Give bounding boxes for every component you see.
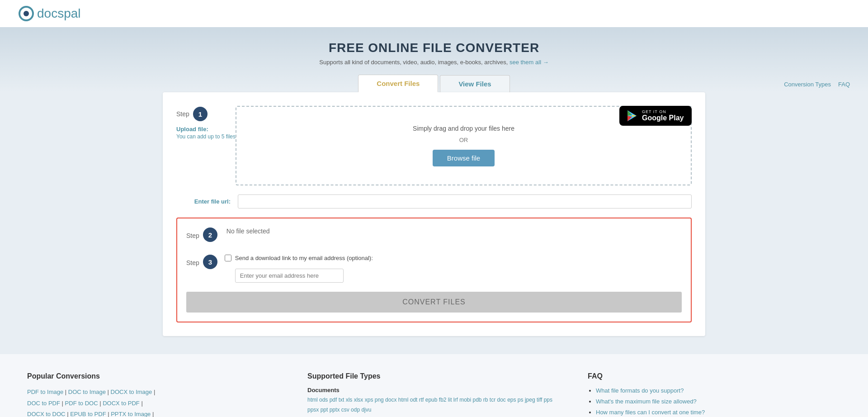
popular-link[interactable]: PDF to DOC [65,400,98,407]
hero-section: FREE ONLINE FILE CONVERTER Supports all … [0,27,868,92]
faq-link[interactable]: FAQ [838,81,850,88]
popular-link[interactable]: EPUB to PDF [70,411,106,417]
google-play-name: Google Play [642,114,684,122]
upload-sublabel: You can add up to 5 files [176,133,236,140]
top-right-links: Conversion Types FAQ [784,81,850,88]
faq-item: How many files can I convert at one time… [596,408,841,416]
step3-content: Send a download link to my email address… [225,255,682,283]
popular-link[interactable]: DOCX to Image [111,389,152,395]
step1-side: Step 1 Upload file: You can add up to 5 … [176,106,236,140]
logo: docspal [18,5,81,22]
email-checkbox[interactable] [225,255,231,261]
popular-link[interactable]: PDF to Image [27,389,63,395]
tab-convert-files[interactable]: Convert Files [358,75,438,92]
step3-badge: 3 [203,255,217,269]
faq-link[interactable]: What's the maximum file size allowed? [596,398,697,405]
logo-icon [18,5,34,22]
popular-link[interactable]: DOCX to DOC [27,411,66,417]
faq-item: What file formats do you support? [596,387,841,394]
email-label: Send a download link to my email address… [235,255,373,261]
email-row: Send a download link to my email address… [225,255,682,261]
or-text: OR [245,137,682,143]
logo-text: docspal [37,6,81,21]
popular-conversions-col: Popular Conversions PDF to Image | DOC t… [27,372,280,417]
tabs-row: Convert Files View Files Conversion Type… [0,75,868,92]
faq-title: FAQ [588,372,841,380]
faq-item: What's the maximum file size allowed? [596,398,841,405]
email-input[interactable] [235,269,344,283]
step1-badge: 1 [193,107,208,121]
google-play-icon [626,109,638,122]
convert-button[interactable]: CONVERT FILES [186,292,682,313]
popular-conversions-title: Popular Conversions [27,372,280,380]
steps-box: Step 2 No file selected Step 3 Send a do… [176,218,692,322]
url-row: Enter file url: [176,194,692,208]
no-file-text: No file selected [226,227,270,235]
step3-row: Step 3 Send a download link to my email … [186,255,682,283]
tab-view-files[interactable]: View Files [440,75,509,92]
faq-list: What file formats do you support?What's … [588,387,841,417]
footer-section: Popular Conversions PDF to Image | DOC t… [0,354,868,417]
url-input[interactable] [238,194,692,208]
url-label: Enter file url: [176,198,231,205]
popular-conversions-links: PDF to Image | DOC to Image | DOCX to Im… [27,387,280,417]
popular-link[interactable]: DOC to PDF [27,400,60,407]
faq-link[interactable]: What file formats do you support? [596,387,684,394]
step2-row: Step 2 No file selected [186,227,682,244]
page-title: FREE ONLINE FILE CONVERTER [0,41,868,55]
popular-link[interactable]: PPTX to Image [111,411,151,417]
conversion-types-link[interactable]: Conversion Types [784,81,831,88]
step1-label: Step [176,106,189,122]
docs-label: Documents [307,387,561,393]
supported-types-title: Supported File Types [307,372,561,380]
google-play-text: GET IT ON Google Play [642,109,684,122]
main-card: GET IT ON Google Play Step 1 Upload file… [163,92,705,336]
card-wrapper: GET IT ON Google Play Step 1 Upload file… [0,92,868,354]
header: docspal [0,0,868,27]
hero-subtitle-text: Supports all kind of documents, video, a… [319,59,508,66]
docs-types: html ods pdf txt xls xlsx xps png docx h… [307,395,561,415]
popular-link[interactable]: DOC to Image [68,389,106,395]
drop-zone-text: Simply drag and drop your files here [245,125,682,132]
hero-subtitle: Supports all kind of documents, video, a… [0,59,868,66]
popular-link[interactable]: DOCX to PDF [103,400,140,407]
faq-col: FAQ What file formats do you support?Wha… [588,372,841,417]
faq-link[interactable]: How many files can I convert at one time… [596,409,705,416]
step1-row: Step 1 Upload file: You can add up to 5 … [176,106,692,185]
upload-label: Upload file: [176,126,236,133]
browse-file-button[interactable]: Browse file [433,150,495,166]
step3-label: Step [186,255,199,271]
step2-label: Step [186,227,199,244]
google-play-get-it: GET IT ON [642,109,684,114]
supported-types-col: Supported File Types Documents html ods … [307,372,561,417]
svg-point-1 [24,11,29,16]
step2-badge: 2 [203,227,217,242]
google-play-badge[interactable]: GET IT ON Google Play [619,106,692,126]
see-all-link[interactable]: see them all → [509,59,549,66]
